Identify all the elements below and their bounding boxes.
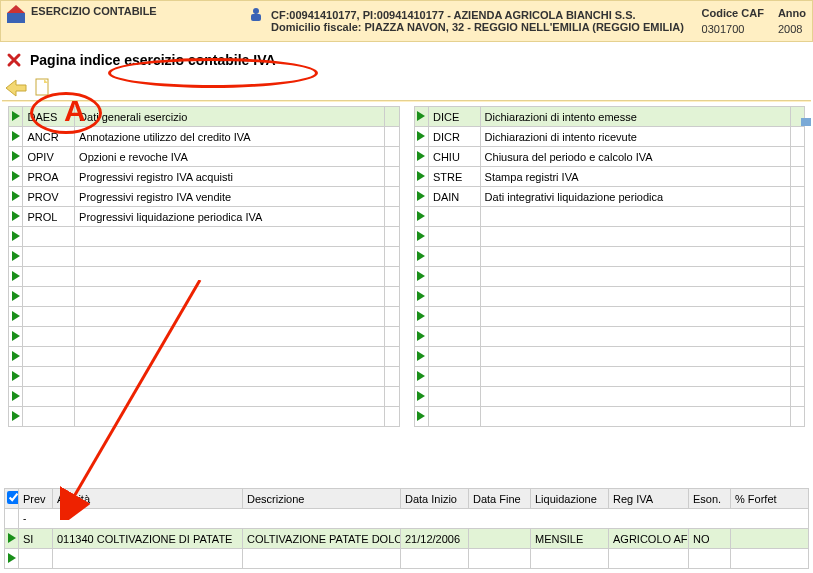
menu-row[interactable] bbox=[414, 307, 805, 327]
play-icon[interactable] bbox=[414, 267, 428, 287]
play-icon[interactable] bbox=[9, 187, 23, 207]
play-icon[interactable] bbox=[414, 307, 428, 327]
menu-code bbox=[428, 287, 480, 307]
play-icon[interactable] bbox=[9, 107, 23, 127]
play-icon[interactable] bbox=[414, 127, 428, 147]
col-liquidazione[interactable]: Liquidazione bbox=[531, 489, 609, 509]
play-icon[interactable] bbox=[414, 187, 428, 207]
col-forfet[interactable]: % Forfet bbox=[731, 489, 809, 509]
play-icon[interactable] bbox=[9, 287, 23, 307]
play-icon[interactable] bbox=[414, 167, 428, 187]
play-icon[interactable] bbox=[9, 227, 23, 247]
header-section-app: ESERCIZIO CONTABILE bbox=[1, 1, 241, 41]
menu-row[interactable]: DICEDichiarazioni di intento emesse bbox=[414, 107, 805, 127]
play-icon[interactable] bbox=[414, 347, 428, 367]
play-icon[interactable] bbox=[414, 287, 428, 307]
play-icon[interactable] bbox=[9, 347, 23, 367]
menu-row[interactable] bbox=[414, 367, 805, 387]
play-icon[interactable] bbox=[9, 127, 23, 147]
menu-row[interactable]: DICRDichiarazioni di intento ricevute bbox=[414, 127, 805, 147]
menu-code bbox=[428, 227, 480, 247]
menu-row[interactable] bbox=[9, 247, 400, 267]
play-icon[interactable] bbox=[414, 327, 428, 347]
play-icon[interactable] bbox=[9, 407, 23, 427]
menu-row[interactable] bbox=[414, 407, 805, 427]
menu-row[interactable]: PROAProgressivi registro IVA acquisti bbox=[9, 167, 400, 187]
menu-end bbox=[790, 207, 805, 227]
menu-row[interactable]: STREStampa registri IVA bbox=[414, 167, 805, 187]
play-icon[interactable] bbox=[9, 267, 23, 287]
menu-row[interactable] bbox=[414, 227, 805, 247]
menu-code bbox=[23, 367, 75, 387]
bottom-header-row: Prev Attività Descrizione Data Inizio Da… bbox=[5, 489, 809, 509]
play-icon[interactable] bbox=[9, 207, 23, 227]
col-data-inizio[interactable]: Data Inizio bbox=[401, 489, 469, 509]
play-icon[interactable] bbox=[9, 327, 23, 347]
col-reg-iva[interactable]: Reg IVA bbox=[609, 489, 689, 509]
menu-row[interactable] bbox=[9, 367, 400, 387]
menu-row[interactable] bbox=[9, 407, 400, 427]
menu-row[interactable] bbox=[9, 307, 400, 327]
col-data-fine[interactable]: Data Fine bbox=[469, 489, 531, 509]
table-row[interactable]: SI011340 COLTIVAZIONE DI PATATECOLTIVAZI… bbox=[5, 529, 809, 549]
menu-row[interactable]: OPIVOpzioni e revoche IVA bbox=[9, 147, 400, 167]
play-icon[interactable] bbox=[9, 167, 23, 187]
col-attivita[interactable]: Attività bbox=[53, 489, 243, 509]
col-descrizione[interactable]: Descrizione bbox=[243, 489, 401, 509]
toolbar-row bbox=[0, 74, 813, 98]
right-drag-handle[interactable] bbox=[801, 118, 811, 126]
menu-row[interactable] bbox=[414, 207, 805, 227]
cell-prev: SI bbox=[19, 529, 53, 549]
menu-row[interactable]: PROVProgressivi registro IVA vendite bbox=[9, 187, 400, 207]
menu-row[interactable]: DAESDati generali esercizio bbox=[9, 107, 400, 127]
menu-code bbox=[23, 347, 75, 367]
menu-row[interactable]: ANCRAnnotazione utilizzo del credito IVA bbox=[9, 127, 400, 147]
play-icon[interactable] bbox=[9, 367, 23, 387]
menu-row[interactable] bbox=[9, 287, 400, 307]
menu-row[interactable] bbox=[9, 347, 400, 367]
menu-code: DICR bbox=[428, 127, 480, 147]
menu-row[interactable] bbox=[414, 387, 805, 407]
menu-desc bbox=[480, 307, 790, 327]
play-icon[interactable] bbox=[414, 367, 428, 387]
play-icon[interactable] bbox=[414, 207, 428, 227]
person-icon bbox=[247, 5, 265, 23]
menu-end bbox=[385, 147, 400, 167]
play-icon[interactable] bbox=[414, 147, 428, 167]
menu-row[interactable]: PROLProgressivi liquidazione periodica I… bbox=[9, 207, 400, 227]
play-icon[interactable] bbox=[9, 147, 23, 167]
play-icon[interactable] bbox=[9, 307, 23, 327]
menu-row[interactable] bbox=[9, 267, 400, 287]
select-all-checkbox[interactable] bbox=[7, 491, 19, 504]
new-doc-icon[interactable] bbox=[34, 78, 52, 98]
play-icon[interactable] bbox=[5, 529, 19, 549]
menu-row[interactable] bbox=[9, 327, 400, 347]
menu-row[interactable] bbox=[414, 327, 805, 347]
col-eson[interactable]: Eson. bbox=[689, 489, 731, 509]
menu-row[interactable] bbox=[414, 247, 805, 267]
play-icon[interactable] bbox=[414, 247, 428, 267]
play-icon[interactable] bbox=[9, 247, 23, 267]
menu-row[interactable] bbox=[9, 387, 400, 407]
col-prev[interactable]: Prev bbox=[19, 489, 53, 509]
menu-row[interactable] bbox=[414, 347, 805, 367]
header-title: ESERCIZIO CONTABILE bbox=[31, 5, 157, 17]
menu-row[interactable] bbox=[414, 287, 805, 307]
play-icon[interactable] bbox=[414, 387, 428, 407]
menu-end bbox=[385, 287, 400, 307]
menu-code: DAIN bbox=[428, 187, 480, 207]
menu-row[interactable] bbox=[9, 227, 400, 247]
play-icon[interactable] bbox=[414, 227, 428, 247]
close-icon[interactable] bbox=[6, 52, 22, 68]
play-icon[interactable] bbox=[9, 387, 23, 407]
play-icon[interactable] bbox=[414, 407, 428, 427]
checkbox-header[interactable] bbox=[5, 489, 19, 509]
menu-row[interactable] bbox=[414, 267, 805, 287]
menu-row[interactable]: DAINDati integrativi liquidazione period… bbox=[414, 187, 805, 207]
menu-row[interactable]: CHIUChiusura del periodo e calcolo IVA bbox=[414, 147, 805, 167]
play-icon[interactable] bbox=[5, 549, 19, 569]
menu-code bbox=[23, 287, 75, 307]
back-arrow-icon[interactable] bbox=[6, 78, 30, 98]
play-icon[interactable] bbox=[414, 107, 428, 127]
menu-end bbox=[385, 307, 400, 327]
